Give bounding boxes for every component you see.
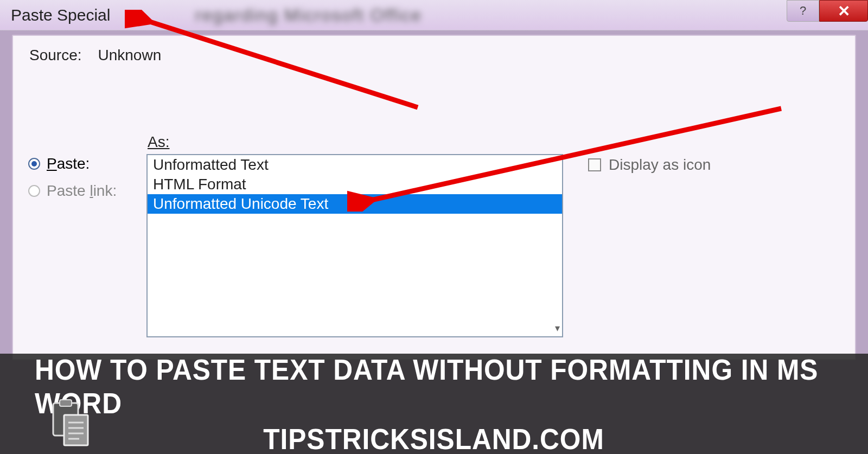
radio-icon [28,158,40,170]
list-item[interactable]: Unformatted Text [148,155,562,175]
dialog-body: Source: Unknown As: Paste: Paste link: U… [12,35,856,360]
close-icon: ✕ [838,2,850,20]
overlay-banner: HOW TO PASTE TEXT DATA WITHOUT FORMATTIN… [0,354,868,454]
clipboard-icon [49,399,92,450]
radio-paste-label: Paste: [47,155,90,172]
svg-rect-3 [60,400,72,406]
banner-headline: HOW TO PASTE TEXT DATA WITHOUT FORMATTIN… [35,353,833,420]
display-as-icon-label: Display as icon [609,156,711,174]
source-row: Source: Unknown [29,47,839,64]
svg-rect-4 [64,415,88,445]
radio-group: Paste: Paste link: [28,155,117,209]
help-icon: ? [800,4,806,18]
list-item[interactable]: HTML Format [148,175,562,194]
as-label: As: [148,133,169,151]
background-blur-text: regarding Microsoft Office [195,5,422,25]
radio-paste[interactable]: Paste: [28,155,117,172]
banner-website: TIPSTRICKSISLAND.COM [264,422,604,455]
radio-paste-link-label: Paste link: [47,182,117,200]
scroll-down-icon[interactable]: ▾ [555,322,560,334]
help-button[interactable]: ? [787,0,819,22]
source-value: Unknown [98,47,162,64]
dialog-title: Paste Special [11,6,110,24]
dialog-titlebar: Paste Special regarding Microsoft Office… [0,0,868,30]
radio-icon [28,185,40,197]
checkbox-icon [588,158,601,171]
display-as-icon-checkbox[interactable]: Display as icon [588,156,711,174]
close-button[interactable]: ✕ [819,0,868,22]
format-listbox[interactable]: Unformatted Text HTML Format Unformatted… [146,154,563,337]
radio-paste-link: Paste link: [28,182,117,200]
source-label: Source: [29,47,82,64]
list-item[interactable]: Unformatted Unicode Text [148,194,562,214]
